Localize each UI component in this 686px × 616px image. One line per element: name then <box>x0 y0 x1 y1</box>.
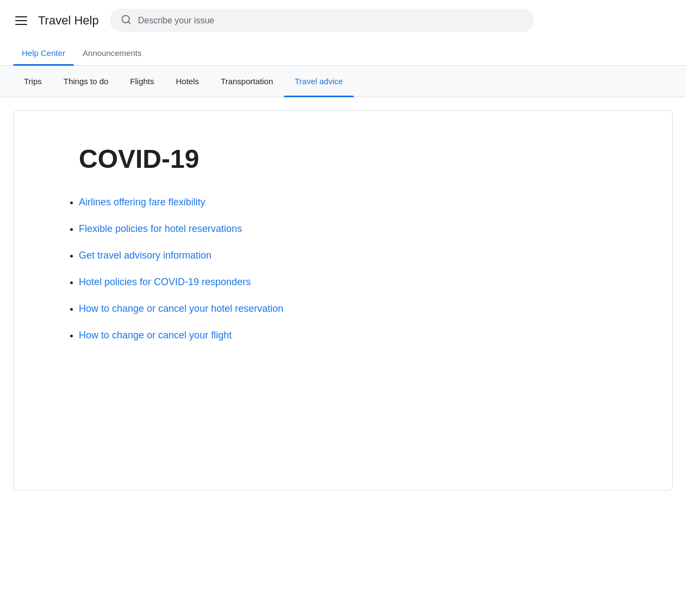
top-nav: Help Center Announcements <box>0 41 686 66</box>
list-item: Get travel advisory information <box>79 250 629 261</box>
list-item: Flexible policies for hotel reservations <box>79 223 629 235</box>
header-left: Travel Help <box>13 14 99 28</box>
link-hotel-covid-responders[interactable]: Hotel policies for COVID-19 responders <box>79 276 251 287</box>
tab-announcements[interactable]: Announcements <box>74 41 150 65</box>
list-item: Hotel policies for COVID-19 responders <box>79 276 629 288</box>
category-tab-flights[interactable]: Flights <box>119 66 165 97</box>
link-cancel-hotel[interactable]: How to change or cancel your hotel reser… <box>79 303 283 314</box>
tab-help-center[interactable]: Help Center <box>13 41 74 65</box>
category-tab-hotels[interactable]: Hotels <box>165 66 210 97</box>
link-travel-advisory[interactable]: Get travel advisory information <box>79 250 211 261</box>
category-nav: Trips Things to do Flights Hotels Transp… <box>0 66 686 97</box>
list-item: How to change or cancel your hotel reser… <box>79 303 629 315</box>
category-tab-travel-advice[interactable]: Travel advice <box>284 66 354 97</box>
list-item: How to change or cancel your flight <box>79 330 629 341</box>
link-flexible-hotel-policies[interactable]: Flexible policies for hotel reservations <box>79 223 242 234</box>
header: Travel Help Describe your issue <box>0 0 686 41</box>
svg-line-1 <box>128 22 130 24</box>
hamburger-icon[interactable] <box>13 14 29 27</box>
category-tab-trips[interactable]: Trips <box>13 66 53 97</box>
search-bar[interactable]: Describe your issue <box>110 9 534 32</box>
link-airlines-fare-flexibility[interactable]: Airlines offering fare flexibility <box>79 197 205 208</box>
list-item: Airlines offering fare flexibility <box>79 197 629 208</box>
category-tab-things-to-do[interactable]: Things to do <box>53 66 120 97</box>
search-icon <box>121 14 132 27</box>
link-list: Airlines offering fare flexibility Flexi… <box>79 197 629 341</box>
app-title: Travel Help <box>38 14 99 28</box>
search-input-placeholder: Describe your issue <box>138 16 215 26</box>
category-tab-transportation[interactable]: Transportation <box>210 66 284 97</box>
content-card: COVID-19 Airlines offering fare flexibil… <box>13 110 673 491</box>
link-cancel-flight[interactable]: How to change or cancel your flight <box>79 330 232 341</box>
main-content: COVID-19 Airlines offering fare flexibil… <box>0 97 686 504</box>
section-title: COVID-19 <box>79 143 629 175</box>
